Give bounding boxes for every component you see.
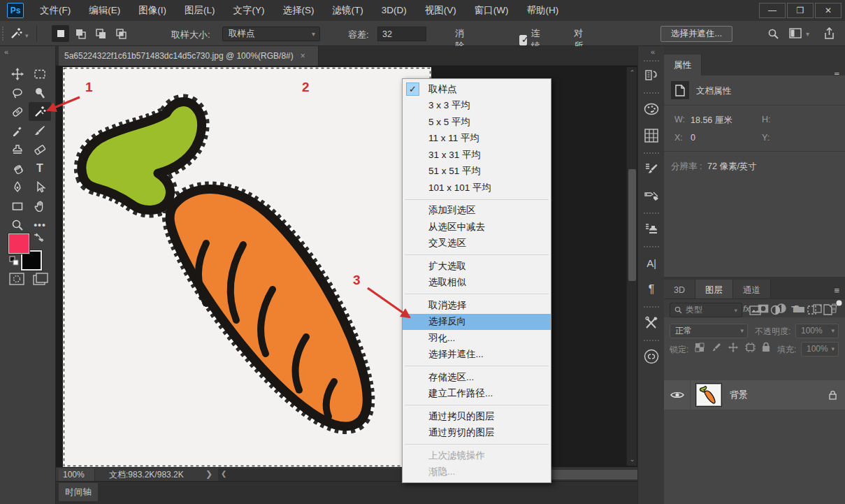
lock-all-icon[interactable]	[762, 342, 770, 352]
context-menu-item[interactable]: ✓ 通过拷贝的图层	[403, 408, 551, 425]
context-menu-item[interactable]: ✓ 从选区中减去	[403, 219, 551, 236]
lock-pixels-icon[interactable]	[712, 343, 721, 352]
tab-properties[interactable]: 属性	[664, 55, 702, 75]
width-value[interactable]: 18.56 厘米	[691, 115, 732, 127]
layer-thumbnail[interactable]	[696, 384, 721, 406]
context-menu-item[interactable]: ✓ 11 x 11 平均	[403, 131, 551, 147]
layers-tab[interactable]: 通道	[733, 280, 771, 301]
character-icon[interactable]: A|	[640, 252, 663, 274]
menu-item[interactable]: 窗口(W)	[465, 0, 518, 21]
context-menu-item[interactable]: ✓	[403, 291, 551, 297]
swatches-icon[interactable]	[640, 124, 663, 147]
layer-filter-dropdown[interactable]: 类型 ▾	[670, 303, 742, 317]
context-menu-item[interactable]: ✓	[403, 363, 551, 369]
quick-selection-tool[interactable]	[29, 83, 51, 102]
add-to-selection-button[interactable]	[72, 25, 89, 42]
zoom-level-field[interactable]: 100%	[59, 468, 95, 481]
opacity-dropdown[interactable]: 100%▾	[795, 324, 839, 338]
eyedropper-tool[interactable]	[6, 121, 29, 140]
workspace-icon[interactable]	[788, 27, 802, 41]
context-menu-item[interactable]: ✓ 建立工作路径...	[403, 386, 551, 403]
context-menu-item[interactable]: ✓ 选取相似	[403, 275, 551, 291]
collapse-dock-icon[interactable]: «	[651, 48, 653, 56]
context-menu-item[interactable]: ✓ 通过剪切的图层	[403, 425, 551, 442]
intersect-selection-button[interactable]	[113, 25, 130, 42]
lock-artboard-icon[interactable]	[745, 343, 756, 352]
paint-bucket-tool[interactable]	[6, 159, 29, 178]
layers-tab[interactable]: 图层	[695, 280, 733, 301]
context-menu-item[interactable]: ✓ 渐隐...	[403, 464, 551, 481]
magic-wand-tool-icon[interactable]	[10, 26, 24, 40]
brush-tool[interactable]	[29, 121, 51, 140]
hand-tool[interactable]	[29, 196, 51, 215]
magic-wand-tool[interactable]	[29, 102, 51, 121]
menu-item[interactable]: 视图(V)	[416, 0, 465, 21]
share-icon[interactable]	[822, 27, 836, 41]
clone-source-icon[interactable]	[640, 218, 663, 240]
filter-smart-object-icon[interactable]	[823, 304, 832, 315]
context-menu-item[interactable]: ✓ 31 x 31 平均	[403, 147, 551, 164]
context-menu-item[interactable]: ✓ 交叉选区	[403, 236, 551, 252]
layer-name[interactable]: 背景	[730, 389, 748, 401]
direct-selection-tool[interactable]	[29, 178, 51, 196]
tools-icon[interactable]	[640, 312, 663, 334]
minimize-button[interactable]: —	[759, 3, 786, 18]
timeline-tab[interactable]: 时间轴	[59, 483, 98, 501]
context-menu-item[interactable]: ✓ 选择并遮住...	[403, 347, 551, 363]
filter-adjustment-icon[interactable]	[770, 305, 781, 315]
context-menu-item[interactable]: ✓ 添加到选区	[403, 203, 551, 219]
context-menu-item[interactable]: ✓ 51 x 51 平均	[403, 164, 551, 180]
lasso-tool[interactable]	[6, 83, 29, 102]
menu-item[interactable]: 选择(S)	[274, 0, 324, 21]
context-menu-item[interactable]: ✓ 取样点	[403, 81, 551, 98]
collapse-panel-icon[interactable]: «	[4, 48, 7, 56]
close-tab-icon[interactable]: ×	[301, 51, 305, 61]
tolerance-input[interactable]	[377, 27, 426, 41]
menu-item[interactable]: 图层(L)	[175, 0, 224, 21]
history-icon[interactable]	[640, 64, 663, 87]
menu-item[interactable]: 文字(Y)	[224, 0, 274, 21]
document-canvas[interactable]	[63, 67, 431, 467]
filter-shape-icon[interactable]	[807, 305, 817, 315]
context-menu-item[interactable]: ✓ 101 x 101 平均	[403, 180, 551, 196]
status-expand-icon[interactable]: ❯	[205, 469, 212, 479]
context-menu-item[interactable]: ✓ 上次滤镜操作	[403, 447, 551, 464]
context-menu-item[interactable]: ✓	[403, 402, 551, 408]
layer-row-background[interactable]: 背景	[664, 380, 845, 410]
filter-type-icon[interactable]: T	[791, 304, 797, 315]
clone-stamp-tool[interactable]	[6, 140, 29, 159]
context-menu-item[interactable]: ✓	[403, 196, 551, 203]
context-menu-item[interactable]: ✓	[403, 252, 551, 258]
context-menu-item[interactable]: ✓ 扩大选取	[403, 258, 551, 275]
menu-item[interactable]: 3D(D)	[373, 0, 416, 21]
menu-item[interactable]: 滤镜(T)	[324, 0, 373, 21]
blend-mode-dropdown[interactable]: 正常▾	[670, 324, 748, 338]
lock-transparency-icon[interactable]	[695, 343, 705, 352]
context-menu-item[interactable]: ✓ 5 x 5 平均	[403, 114, 551, 131]
menu-item[interactable]: 编辑(E)	[80, 0, 129, 21]
eye-icon[interactable]	[670, 390, 684, 400]
vertical-scrollbar[interactable]: ⌃ ⌄	[626, 67, 637, 466]
rectangle-tool[interactable]	[6, 196, 29, 215]
more-tools[interactable]: •••	[29, 215, 51, 234]
filter-image-icon[interactable]	[749, 305, 761, 315]
search-icon[interactable]	[766, 27, 780, 41]
eraser-tool[interactable]	[29, 140, 51, 159]
healing-brush-tool[interactable]	[6, 102, 29, 121]
context-menu-item[interactable]: ✓ 取消选择	[403, 297, 551, 314]
swap-colors-icon[interactable]	[32, 232, 45, 245]
pen-tool[interactable]	[6, 178, 29, 196]
menu-item[interactable]: 图像(I)	[129, 0, 175, 21]
layers-panel-menu-icon[interactable]: ≡	[834, 285, 839, 296]
quick-mask-icon[interactable]	[9, 273, 24, 285]
layers-tab[interactable]: 3D	[664, 280, 695, 301]
vertical-scroll-thumb[interactable]	[628, 169, 636, 281]
new-selection-button[interactable]	[52, 25, 69, 42]
menu-item[interactable]: 帮助(H)	[517, 0, 568, 21]
context-menu-item[interactable]: ✓	[403, 441, 551, 447]
close-button[interactable]: ✕	[815, 3, 842, 18]
filter-toggle-icon[interactable]	[836, 300, 842, 306]
lock-position-icon[interactable]	[728, 343, 738, 352]
fill-dropdown[interactable]: 100%▾	[801, 342, 839, 357]
default-colors-icon[interactable]	[9, 256, 19, 266]
